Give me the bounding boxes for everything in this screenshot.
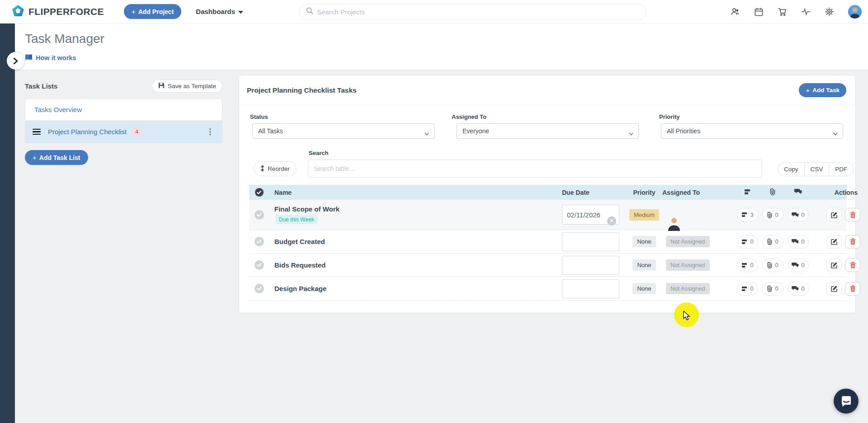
copy-button[interactable]: Copy [778, 162, 805, 176]
dashboards-menu[interactable]: Dashboards [196, 8, 243, 15]
global-search [299, 4, 646, 20]
pentagon-logo-icon [12, 5, 24, 19]
top-nav: FLIPPERFORCE + Add Project Dashboards [0, 0, 868, 24]
subtasks-count-button[interactable]: 0 [737, 282, 758, 296]
table-row: Bids Requested None Not Assigned 0 0 0 [249, 254, 847, 277]
chevron-down-icon [833, 130, 838, 137]
chevron-down-icon [629, 130, 633, 137]
chat-widget-button[interactable] [834, 389, 859, 414]
comments-count-button[interactable]: 0 [788, 235, 809, 249]
task-name-link[interactable]: Bids Requested [269, 261, 558, 269]
subtasks-count-button[interactable]: 3 [737, 208, 758, 221]
attachments-column-icon [760, 188, 785, 197]
clear-date-icon[interactable]: ✕ [607, 216, 616, 226]
complete-task-toggle[interactable] [255, 284, 264, 293]
delete-task-button[interactable] [845, 282, 860, 296]
attachments-count-button[interactable]: 0 [762, 208, 783, 221]
due-date-header: Due Date [558, 189, 626, 196]
edit-task-button[interactable] [826, 282, 842, 296]
calendar-icon[interactable] [754, 7, 764, 17]
user-avatar[interactable] [848, 5, 862, 19]
subtasks-count-button[interactable]: 0 [737, 258, 758, 272]
cart-icon[interactable] [778, 7, 787, 17]
assignee-badge[interactable]: Not Assigned [666, 259, 710, 271]
priority-badge[interactable]: None [632, 259, 656, 271]
priority-label: Priority [659, 113, 680, 120]
plus-icon: + [806, 86, 810, 94]
name-header: Name [269, 189, 558, 196]
delete-task-button[interactable] [845, 235, 860, 249]
add-task-list-button[interactable]: + Add Task List [25, 150, 88, 165]
book-icon [25, 54, 33, 62]
assigned-to-label: Assigned To [452, 113, 486, 120]
assignee-badge[interactable]: Not Assigned [666, 283, 710, 294]
priority-badge[interactable]: None [632, 283, 656, 294]
assignee-badge[interactable]: Not Assigned [666, 236, 710, 247]
edit-task-button[interactable] [826, 208, 842, 221]
how-it-works-link[interactable]: How it works [25, 54, 76, 62]
reorder-button[interactable]: Reorder [254, 161, 297, 176]
due-date-input[interactable] [562, 232, 619, 251]
activity-icon[interactable] [801, 7, 811, 17]
complete-task-toggle[interactable] [255, 237, 264, 246]
plus-icon: + [132, 8, 136, 15]
csv-button[interactable]: CSV [805, 162, 830, 176]
delete-task-button[interactable] [845, 258, 860, 272]
search-icon [306, 7, 313, 16]
priority-badge[interactable]: None [632, 236, 656, 247]
complete-task-toggle[interactable] [255, 210, 264, 220]
panel-title: Project Planning Checklist Tasks [247, 86, 357, 94]
attachments-count-button[interactable]: 0 [762, 258, 783, 272]
chevron-down-icon [425, 130, 429, 137]
due-date-input[interactable] [562, 256, 619, 275]
drag-handle-icon[interactable] [33, 129, 41, 135]
edit-task-button[interactable] [826, 258, 842, 272]
assigned-to-select[interactable]: Everyone [457, 123, 639, 139]
task-list-item-selected[interactable]: Project Planning Checklist 4 ⋮ [25, 121, 222, 143]
add-project-button[interactable]: + Add Project [124, 4, 181, 19]
task-lists-title: Task Lists [25, 82, 57, 90]
task-name-link[interactable]: Final Scope of Work [269, 205, 558, 213]
status-select[interactable]: All Tasks [252, 123, 434, 139]
edit-task-button[interactable] [826, 235, 842, 249]
assigned-to-header: Assigned To [662, 189, 717, 196]
sidebar-expand-button[interactable] [7, 52, 24, 70]
task-name-link[interactable]: Design Package [269, 285, 558, 292]
task-name-link[interactable]: Budget Created [269, 238, 558, 245]
table-header-row: Name Due Date Priority Assigned To Actio… [249, 185, 847, 200]
collapsed-sidebar-rail [0, 24, 15, 423]
comments-count-button[interactable]: 0 [788, 282, 809, 296]
page-header-band [15, 24, 868, 70]
table-row: Budget Created None Not Assigned 0 0 0 [249, 230, 847, 254]
tasks-overview-item[interactable]: Tasks Overview [25, 99, 222, 121]
chevron-down-icon [238, 8, 243, 15]
due-date-input[interactable] [562, 279, 619, 298]
floppy-save-icon [158, 82, 165, 90]
save-as-template-button[interactable]: Save as Template [152, 80, 222, 93]
up-down-arrows-icon [260, 165, 264, 173]
brand-name: FLIPPERFORCE [28, 6, 104, 17]
settings-gear-icon[interactable] [825, 7, 834, 17]
kebab-menu-icon[interactable]: ⋮ [204, 127, 216, 136]
add-task-button[interactable]: + Add Task [799, 83, 846, 97]
subtasks-count-button[interactable]: 0 [737, 235, 758, 249]
complete-task-toggle[interactable] [255, 260, 264, 270]
mouse-cursor [683, 311, 692, 323]
table-search-input[interactable] [308, 160, 762, 178]
search-projects-input[interactable] [317, 8, 646, 16]
page-title: Task Manager [25, 32, 104, 46]
check-circle-icon [255, 188, 264, 197]
tasks-table: Name Due Date Priority Assigned To Actio… [249, 185, 847, 301]
comments-count-button[interactable]: 0 [788, 208, 809, 221]
brand-logo[interactable]: FLIPPERFORCE [12, 5, 104, 19]
attachments-count-button[interactable]: 0 [762, 235, 783, 249]
contacts-icon[interactable] [731, 7, 740, 17]
comments-column-icon [785, 188, 811, 196]
task-count-badge: 4 [132, 127, 142, 136]
priority-badge[interactable]: Medium [629, 209, 659, 221]
priority-select[interactable]: All Priorities [661, 123, 843, 139]
comments-count-button[interactable]: 0 [788, 258, 809, 272]
attachments-count-button[interactable]: 0 [762, 282, 783, 296]
delete-task-button[interactable] [845, 208, 860, 221]
pdf-button[interactable]: PDF [829, 162, 854, 176]
